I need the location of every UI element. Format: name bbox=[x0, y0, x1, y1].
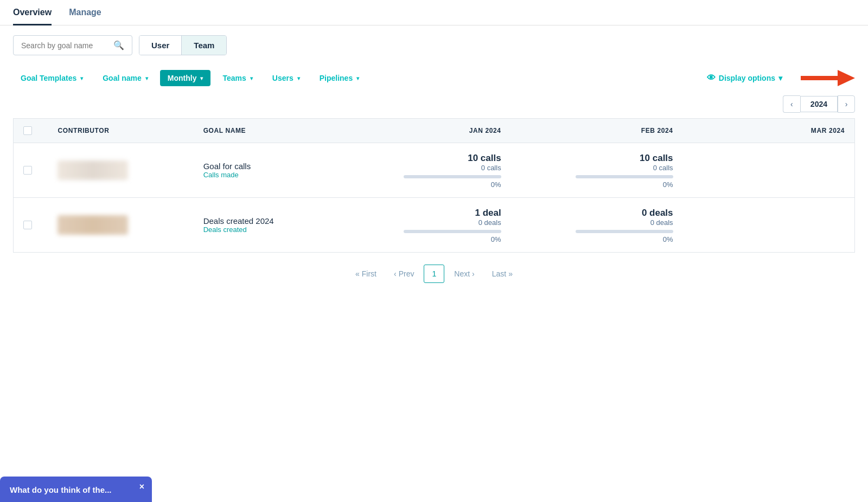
row2-jan-progress-bar bbox=[404, 230, 501, 233]
chevron-down-icon: ▾ bbox=[145, 75, 148, 81]
filter-goal-templates[interactable]: Goal Templates ▾ bbox=[13, 70, 91, 86]
filter-teams[interactable]: Teams ▾ bbox=[215, 70, 260, 86]
table-header-row: CONTRIBUTOR GOAL NAME JAN 2024 FEB 2024 … bbox=[14, 119, 855, 143]
tab-overview[interactable]: Overview bbox=[13, 0, 52, 25]
row2-feb-actual: 0 deals bbox=[650, 218, 673, 227]
row2-jan-cell: 1 deal 0 deals 0% bbox=[339, 198, 511, 253]
display-options-button[interactable]: 👁 Display options ▾ bbox=[701, 69, 788, 87]
toggle-team-button[interactable]: Team bbox=[182, 36, 226, 55]
row1-feb-progress-bar bbox=[576, 175, 673, 178]
eye-icon: 👁 bbox=[707, 73, 716, 83]
display-options-label: Display options bbox=[719, 74, 775, 82]
row2-avatar bbox=[58, 215, 128, 235]
next-page-button[interactable]: Next › bbox=[446, 265, 482, 282]
row2-check-cell bbox=[14, 198, 48, 253]
row2-feb-target: 0 deals bbox=[642, 208, 673, 218]
row2-mar-cell bbox=[683, 198, 855, 253]
col-mar2024: MAR 2024 bbox=[683, 119, 855, 143]
prev-page-button[interactable]: ‹ Prev bbox=[386, 265, 422, 282]
chevron-left-icon: ‹ bbox=[394, 269, 397, 278]
row1-jan-cell: 10 calls 0 calls 0% bbox=[339, 143, 511, 198]
row2-feb-content: 0 deals 0 deals 0% bbox=[521, 208, 673, 243]
toggle-user-button[interactable]: User bbox=[139, 36, 182, 55]
row2-checkbox[interactable] bbox=[23, 221, 32, 229]
row2-jan-actual: 0 deals bbox=[478, 218, 501, 227]
prev-year-button[interactable]: ‹ bbox=[783, 95, 800, 113]
filter-monthly[interactable]: Monthly ▾ bbox=[160, 70, 211, 86]
table-row: Goal for calls Calls made 10 calls 0 cal… bbox=[14, 143, 855, 198]
filter-pipelines-label: Pipelines bbox=[320, 74, 353, 82]
row1-jan-pct: 0% bbox=[491, 181, 501, 189]
search-icon: 🔍 bbox=[113, 40, 124, 50]
filter-goal-name[interactable]: Goal name ▾ bbox=[95, 70, 156, 86]
row1-feb-target: 10 calls bbox=[640, 153, 673, 164]
chevron-down-icon: ▾ bbox=[250, 75, 253, 81]
next-page-label: Next bbox=[454, 269, 470, 278]
table-row: Deals created 2024 Deals created 1 deal … bbox=[14, 198, 855, 253]
toggle-group: User Team bbox=[139, 35, 227, 55]
row1-contributor-cell bbox=[48, 143, 193, 198]
filter-users-label: Users bbox=[272, 74, 293, 82]
col-check bbox=[14, 119, 48, 143]
goals-table: CONTRIBUTOR GOAL NAME JAN 2024 FEB 2024 … bbox=[13, 118, 855, 253]
row1-feb-pct: 0% bbox=[663, 181, 673, 189]
last-page-button[interactable]: Last » bbox=[484, 265, 520, 282]
pagination: « First ‹ Prev 1 Next › Last » bbox=[0, 253, 868, 295]
row1-mar-cell bbox=[683, 143, 855, 198]
row1-feb-actual: 0 calls bbox=[653, 164, 673, 172]
goals-table-container: CONTRIBUTOR GOAL NAME JAN 2024 FEB 2024 … bbox=[0, 118, 868, 253]
row1-feb-content: 10 calls 0 calls 0% bbox=[521, 153, 673, 189]
row1-checkbox[interactable] bbox=[23, 166, 32, 175]
chevron-down-icon: ▾ bbox=[356, 75, 359, 81]
row2-goal-type: Deals created bbox=[203, 226, 329, 234]
filter-teams-label: Teams bbox=[222, 74, 246, 82]
search-input[interactable] bbox=[21, 41, 109, 50]
row1-goal-name-cell: Goal for calls Calls made bbox=[194, 143, 339, 198]
tab-manage[interactable]: Manage bbox=[69, 0, 101, 25]
row2-goal-name-cell: Deals created 2024 Deals created bbox=[194, 198, 339, 253]
row1-feb-cell: 10 calls 0 calls 0% bbox=[511, 143, 683, 198]
row1-jan-target: 10 calls bbox=[468, 153, 501, 164]
year-navigation: ‹ 2024 › bbox=[0, 95, 868, 118]
filter-pipelines[interactable]: Pipelines ▾ bbox=[312, 70, 367, 86]
filter-users[interactable]: Users ▾ bbox=[265, 70, 308, 86]
col-contributor: CONTRIBUTOR bbox=[48, 119, 193, 143]
chevron-down-icon: ▾ bbox=[778, 74, 782, 82]
col-jan2024: JAN 2024 bbox=[339, 119, 511, 143]
row2-goal-name: Deals created 2024 bbox=[203, 216, 329, 226]
row1-avatar bbox=[58, 160, 128, 180]
chevron-down-icon: ▾ bbox=[80, 75, 83, 81]
row1-jan-actual: 0 calls bbox=[481, 164, 501, 172]
last-page-label: Last bbox=[492, 269, 506, 278]
next-year-button[interactable]: › bbox=[838, 95, 855, 113]
double-chevron-left-icon: « bbox=[355, 269, 360, 278]
chevron-down-icon: ▾ bbox=[297, 75, 300, 81]
row2-feb-pct: 0% bbox=[663, 235, 673, 243]
row2-feb-cell: 0 deals 0 deals 0% bbox=[511, 198, 683, 253]
row1-jan-progress-bar bbox=[404, 175, 501, 178]
row1-goal-name: Goal for calls bbox=[203, 162, 329, 171]
svg-marker-1 bbox=[838, 70, 855, 86]
first-page-button[interactable]: « First bbox=[348, 265, 384, 282]
row2-jan-pct: 0% bbox=[491, 235, 501, 243]
row2-jan-target: 1 deal bbox=[475, 208, 501, 218]
row1-goal-type: Calls made bbox=[203, 171, 329, 179]
search-box: 🔍 bbox=[13, 35, 132, 55]
prev-page-label: Prev bbox=[399, 269, 414, 278]
header-checkbox[interactable] bbox=[23, 126, 32, 135]
row1-jan-content: 10 calls 0 calls 0% bbox=[349, 153, 501, 189]
row2-feb-progress-bar bbox=[576, 230, 673, 233]
filters-bar: Goal Templates ▾ Goal name ▾ Monthly ▾ T… bbox=[0, 65, 868, 95]
red-arrow-indicator bbox=[801, 70, 855, 86]
row2-contributor-cell bbox=[48, 198, 193, 253]
toolbar: 🔍 User Team bbox=[0, 25, 868, 65]
first-page-label: First bbox=[362, 269, 376, 278]
row1-check-cell bbox=[14, 143, 48, 198]
filter-goal-templates-label: Goal Templates bbox=[21, 74, 76, 82]
svg-rect-0 bbox=[801, 76, 838, 80]
col-goal-name: GOAL NAME bbox=[194, 119, 339, 143]
year-label: 2024 bbox=[800, 96, 838, 112]
filter-goal-name-label: Goal name bbox=[103, 74, 142, 82]
current-page-button[interactable]: 1 bbox=[424, 265, 444, 283]
tabs-bar: Overview Manage bbox=[0, 0, 868, 25]
